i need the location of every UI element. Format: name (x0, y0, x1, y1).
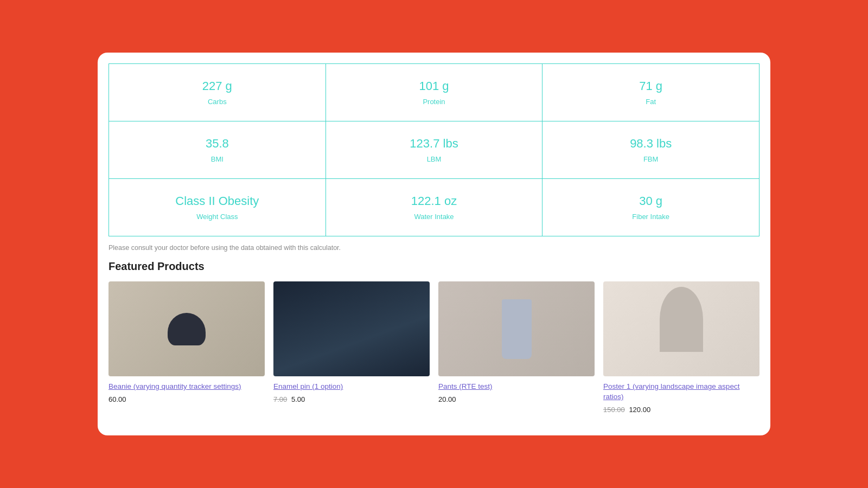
product-price-poster: 150.00 120.00 (603, 406, 760, 414)
product-price-original-poster: 150.00 (603, 406, 625, 414)
protein-label: Protein (423, 98, 445, 106)
product-price-beanie: 60.00 (108, 395, 265, 403)
metric-bmi: 35.8 BMI (109, 121, 326, 179)
bmi-label: BMI (211, 155, 224, 163)
metric-carbs: 227 g Carbs (109, 64, 326, 121)
product-image-pants (438, 281, 595, 376)
product-price-amount-pants: 20.00 (438, 395, 456, 403)
fbm-label: FBM (643, 155, 658, 163)
carbs-label: Carbs (208, 98, 227, 106)
products-grid: Beanie (varying quantity tracker setting… (108, 281, 760, 414)
product-image-poster (603, 281, 760, 376)
product-image-beanie (108, 281, 265, 376)
product-price-sale-pin: 5.00 (291, 395, 305, 403)
disclaimer-text: Please consult your doctor before using … (98, 236, 770, 255)
metrics-grid: 227 g Carbs 101 g Protein 71 g Fat 35.8 … (108, 63, 760, 236)
metrics-section: 227 g Carbs 101 g Protein 71 g Fat 35.8 … (98, 63, 770, 236)
product-image-pin (273, 281, 430, 376)
featured-section: Featured Products Beanie (varying quanti… (98, 255, 770, 419)
product-card-pants: Pants (RTE test) 20.00 (438, 281, 595, 414)
product-name-pants[interactable]: Pants (RTE test) (438, 382, 595, 392)
product-price-original-pin: 7.00 (273, 395, 287, 403)
main-card: 227 g Carbs 101 g Protein 71 g Fat 35.8 … (98, 53, 770, 435)
product-price-amount-beanie: 60.00 (108, 395, 126, 403)
product-price-pants: 20.00 (438, 395, 595, 403)
weight-class-label: Weight Class (196, 213, 238, 221)
product-card-pin: Enamel pin (1 option) 7.00 5.00 (273, 281, 430, 414)
featured-title: Featured Products (108, 260, 760, 273)
metric-protein: 101 g Protein (326, 64, 543, 121)
fiber-intake-value: 30 g (639, 194, 662, 208)
product-name-poster[interactable]: Poster 1 (varying landscape image aspect… (603, 382, 760, 402)
fat-value: 71 g (639, 79, 662, 93)
metric-fiber-intake: 30 g Fiber Intake (542, 179, 760, 236)
product-name-pin[interactable]: Enamel pin (1 option) (273, 382, 430, 392)
product-card-beanie: Beanie (varying quantity tracker setting… (108, 281, 265, 414)
weight-class-value: Class II Obesity (175, 194, 259, 208)
fat-label: Fat (646, 98, 656, 106)
protein-value: 101 g (419, 79, 449, 93)
product-price-pin: 7.00 5.00 (273, 395, 430, 403)
water-intake-value: 122.1 oz (411, 194, 457, 208)
fiber-intake-label: Fiber Intake (632, 213, 669, 221)
water-intake-label: Water Intake (414, 213, 454, 221)
metric-weight-class: Class II Obesity Weight Class (109, 179, 326, 236)
lbm-label: LBM (427, 155, 442, 163)
product-card-poster: Poster 1 (varying landscape image aspect… (603, 281, 760, 414)
metric-water-intake: 122.1 oz Water Intake (326, 179, 543, 236)
metric-fat: 71 g Fat (542, 64, 760, 121)
fbm-value: 98.3 lbs (630, 137, 672, 151)
product-price-sale-poster: 120.00 (629, 406, 650, 414)
metric-fbm: 98.3 lbs FBM (542, 121, 760, 179)
carbs-value: 227 g (202, 79, 232, 93)
product-name-beanie[interactable]: Beanie (varying quantity tracker setting… (108, 382, 265, 392)
lbm-value: 123.7 lbs (410, 137, 458, 151)
metric-lbm: 123.7 lbs LBM (326, 121, 543, 179)
bmi-value: 35.8 (206, 137, 229, 151)
